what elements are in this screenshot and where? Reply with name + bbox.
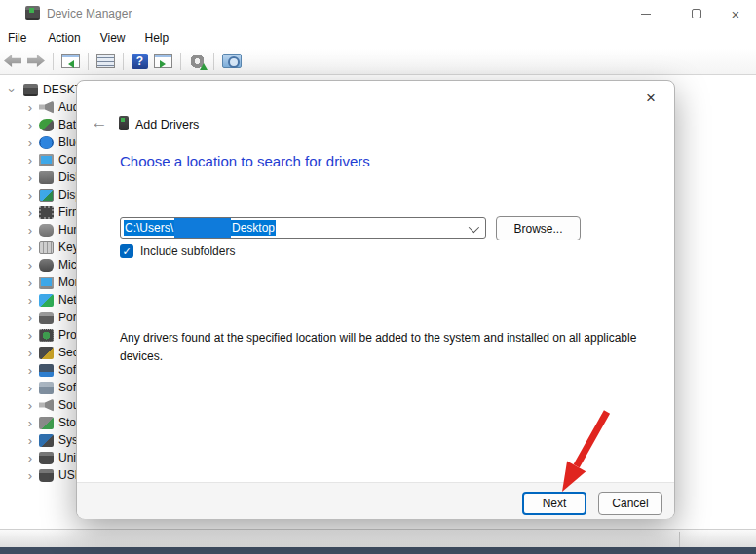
software-device-icon bbox=[39, 382, 54, 394]
close-button[interactable]: × bbox=[721, 4, 750, 23]
chevron-right-icon[interactable]: › bbox=[24, 118, 36, 132]
serial-port-icon bbox=[39, 312, 54, 324]
chevron-right-icon[interactable]: › bbox=[24, 100, 36, 115]
toolbar-separator bbox=[213, 53, 214, 70]
menu-file[interactable]: File bbox=[8, 31, 38, 45]
disk-drive-icon bbox=[39, 171, 54, 184]
speaker-icon bbox=[39, 399, 54, 412]
path-prefix-text: C:\Users\ bbox=[124, 220, 174, 236]
chevron-right-icon[interactable]: › bbox=[24, 398, 36, 413]
include-subfolders-row: Include subfolders bbox=[120, 243, 235, 259]
chevron-right-icon[interactable]: › bbox=[24, 223, 36, 238]
device-search-icon[interactable] bbox=[222, 54, 242, 68]
menu-action[interactable]: Action bbox=[38, 31, 90, 45]
chevron-right-icon[interactable]: › bbox=[24, 433, 36, 448]
chevron-right-icon[interactable]: › bbox=[24, 276, 36, 290]
include-subfolders-label[interactable]: Include subfolders bbox=[140, 244, 235, 258]
dialog-back-button[interactable]: ← bbox=[89, 113, 110, 132]
chevron-right-icon[interactable]: › bbox=[24, 451, 36, 465]
game-controller-icon bbox=[39, 224, 54, 237]
back-arrow-icon: ← bbox=[92, 113, 108, 131]
chevron-down-icon[interactable]: › bbox=[5, 84, 19, 95]
processor-chip-icon bbox=[39, 329, 54, 342]
mouse-icon bbox=[39, 259, 54, 272]
toolbar: ? bbox=[0, 48, 756, 75]
driver-location-combobox[interactable]: C:\Users\Desktop bbox=[120, 217, 486, 239]
properties-icon[interactable] bbox=[96, 54, 115, 68]
menu-view[interactable]: View bbox=[91, 31, 135, 45]
device-manager-icon bbox=[25, 6, 40, 20]
status-bar bbox=[0, 529, 756, 547]
bluetooth-icon bbox=[39, 136, 54, 149]
computer-icon bbox=[23, 84, 38, 96]
path-suffix-text: Desktop bbox=[231, 220, 276, 236]
software-component-icon bbox=[39, 364, 54, 377]
status-separator bbox=[679, 532, 680, 547]
usb-plug-icon bbox=[39, 469, 54, 482]
chevron-right-icon[interactable]: › bbox=[24, 205, 36, 220]
forward-icon[interactable] bbox=[27, 55, 45, 67]
title-bar: Device Manager × bbox=[0, 0, 756, 27]
browse-button-label: Browse... bbox=[513, 222, 562, 236]
export-list-icon[interactable] bbox=[154, 54, 172, 68]
minimize-button[interactable] bbox=[631, 4, 661, 23]
checkbox-checked-icon[interactable] bbox=[120, 244, 133, 258]
chevron-right-icon[interactable]: › bbox=[24, 293, 36, 308]
help-icon[interactable]: ? bbox=[132, 54, 148, 69]
monitor-icon bbox=[39, 154, 54, 166]
driver-device-icon bbox=[119, 116, 129, 130]
battery-icon bbox=[39, 119, 54, 131]
status-separator bbox=[548, 532, 548, 547]
firmware-chip-icon bbox=[39, 206, 54, 219]
chevron-right-icon[interactable]: › bbox=[24, 135, 36, 150]
dialog-heading: Choose a location to search for drivers bbox=[120, 153, 370, 169]
scan-for-hardware-changes-icon[interactable] bbox=[189, 54, 206, 69]
chevron-down-icon[interactable] bbox=[469, 222, 479, 233]
chevron-right-icon[interactable]: › bbox=[24, 258, 36, 273]
chevron-right-icon[interactable]: › bbox=[24, 328, 36, 343]
menu-bar: File Action View Help bbox=[0, 27, 756, 48]
chevron-right-icon[interactable]: › bbox=[24, 468, 36, 483]
minimize-icon bbox=[641, 14, 651, 15]
maximize-button[interactable] bbox=[682, 4, 711, 23]
monitor-icon bbox=[39, 277, 54, 289]
chevron-right-icon[interactable]: › bbox=[24, 363, 36, 378]
chevron-right-icon[interactable]: › bbox=[24, 346, 36, 360]
back-icon[interactable] bbox=[4, 55, 21, 67]
menu-help[interactable]: Help bbox=[135, 31, 179, 45]
chevron-right-icon[interactable]: › bbox=[24, 240, 36, 255]
speaker-icon bbox=[39, 101, 54, 114]
display-adapter-icon bbox=[39, 189, 54, 202]
next-button-label: Next bbox=[543, 497, 567, 510]
browse-button[interactable]: Browse... bbox=[496, 216, 581, 240]
show-console-tree-icon[interactable] bbox=[61, 54, 80, 68]
close-icon: × bbox=[646, 89, 656, 108]
toolbar-separator bbox=[180, 53, 181, 70]
chevron-right-icon[interactable]: › bbox=[24, 416, 36, 430]
annotation-arrow-icon bbox=[536, 401, 624, 499]
cancel-button-label: Cancel bbox=[612, 497, 648, 510]
chevron-right-icon[interactable]: › bbox=[24, 311, 36, 325]
security-key-icon bbox=[39, 347, 54, 359]
network-adapter-icon bbox=[39, 294, 54, 307]
toolbar-separator bbox=[53, 53, 54, 70]
system-computer-icon bbox=[39, 434, 54, 447]
chevron-right-icon[interactable]: › bbox=[24, 153, 36, 167]
storage-controller-icon bbox=[39, 417, 54, 429]
chevron-right-icon[interactable]: › bbox=[24, 170, 36, 185]
window-title: Device Manager bbox=[47, 7, 132, 20]
redacted-username bbox=[174, 218, 231, 238]
dialog-title: Add Drivers bbox=[135, 118, 199, 131]
taskbar-strip bbox=[0, 547, 756, 554]
chevron-right-icon[interactable]: › bbox=[24, 188, 36, 203]
toolbar-separator bbox=[123, 53, 124, 70]
chevron-right-icon[interactable]: › bbox=[24, 381, 36, 395]
dialog-close-button[interactable]: × bbox=[639, 87, 662, 110]
maximize-icon bbox=[692, 9, 701, 18]
close-icon: × bbox=[732, 6, 740, 22]
usb-plug-icon bbox=[39, 452, 54, 464]
dialog-description: Any drivers found at the specified locat… bbox=[120, 329, 646, 365]
keyboard-icon bbox=[39, 241, 54, 254]
toolbar-separator bbox=[88, 53, 89, 70]
